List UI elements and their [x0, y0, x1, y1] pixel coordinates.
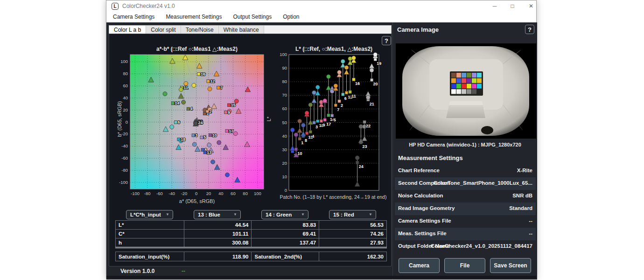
svg-text:70: 70: [282, 92, 287, 98]
menu-item-option[interactable]: Option: [283, 14, 299, 20]
settings-label: Read Image Geometry: [398, 205, 455, 211]
settings-label: Meas. Settings File: [398, 231, 447, 236]
saturation-value: 162.30: [319, 252, 387, 261]
svg-text:90: 90: [282, 65, 287, 70]
camera-image-header: Camera Image: [397, 26, 439, 33]
camera-help-button[interactable]: ?: [525, 25, 534, 34]
svg-text:9: 9: [228, 110, 230, 115]
svg-text:-40: -40: [168, 191, 175, 196]
cell-value: 300.08: [184, 238, 252, 248]
svg-text:23: 23: [362, 144, 367, 149]
row-label: L*: [116, 221, 184, 230]
svg-text:19: 19: [377, 61, 381, 66]
selector-15[interactable]: 15 : Red▼: [329, 210, 376, 219]
camera-button[interactable]: Camera: [399, 258, 440, 273]
camera-feed-image: [396, 43, 536, 139]
svg-text:17: 17: [326, 122, 331, 126]
svg-text:40: 40: [218, 191, 224, 196]
settings-label: Noise Calculation: [398, 193, 443, 198]
settings-row: Output Folder NameColorChecker24_v1.0_20…: [395, 240, 536, 253]
svg-text:-80: -80: [121, 168, 128, 173]
camera-feed: [396, 43, 536, 139]
svg-text:24: 24: [359, 164, 364, 169]
minimize-button[interactable]: ─: [487, 0, 503, 12]
svg-text:2: 2: [209, 109, 211, 114]
svg-text:80: 80: [123, 71, 128, 76]
chevron-down-icon: ▼: [301, 210, 305, 219]
camera-panel: Camera Image ? HP HD Camera (winvideo-1)…: [392, 22, 537, 280]
svg-text:13: 13: [207, 150, 211, 155]
selector-13[interactable]: 13 : Blue▼: [194, 210, 241, 219]
svg-text:14: 14: [175, 101, 179, 105]
close-button[interactable]: ✕: [523, 0, 539, 12]
menu-item-camera-settings[interactable]: Camera Settings: [113, 14, 154, 20]
svg-text:20: 20: [373, 82, 378, 86]
cell-value: 137.47: [252, 238, 319, 248]
svg-text:100: 100: [280, 52, 287, 57]
svg-text:-80: -80: [144, 191, 151, 196]
saturation-label: Saturation_2nd(%): [252, 252, 319, 261]
status-value: --: [182, 268, 185, 274]
settings-value: SNR dB: [512, 193, 532, 198]
row-label: h: [116, 238, 184, 248]
camera-caption: HP HD Camera (winvideo-1) : MJPG_1280x72…: [393, 142, 537, 147]
window-title: ColorChecker24 v1.0: [122, 3, 175, 9]
tabstrip: Color L a bColor splitTone/NoiseWhite ba…: [109, 25, 392, 34]
file-button[interactable]: File: [444, 258, 485, 273]
titlebar: L ColorChecker24 v1.0 ─ □ ✕: [106, 0, 536, 12]
tab-tone-noise[interactable]: Tone/Noise: [181, 26, 219, 34]
menu-item-measurement-settings[interactable]: Measurement Settings: [166, 14, 222, 20]
svg-text:50: 50: [282, 120, 287, 125]
maximize-button[interactable]: □: [504, 0, 520, 12]
settings-value: X-Rite: [517, 168, 532, 173]
settings-value: --: [529, 231, 532, 236]
settings-value: Standard: [509, 205, 532, 211]
chart-ab-xlabel: a* (D65, sRGB): [130, 198, 264, 204]
panel-help-button[interactable]: ?: [382, 36, 391, 45]
svg-text:10: 10: [282, 174, 287, 179]
svg-text:6: 6: [178, 120, 180, 125]
svg-text:17: 17: [229, 129, 233, 133]
svg-text:20: 20: [123, 107, 128, 112]
selector-value: 13 : Blue: [198, 212, 220, 217]
app-window: L ColorChecker24 v1.0 ─ □ ✕ Camera Setti…: [106, 0, 537, 279]
tab-color-l-a-b[interactable]: Color L a b: [109, 26, 146, 34]
measurement-settings-header: Measurement Settings: [398, 154, 463, 161]
chart-l-ylabel: L*: [266, 110, 272, 128]
svg-text:40: 40: [123, 95, 128, 100]
selector-mode[interactable]: L*C*h_input▼: [126, 210, 173, 219]
app-icon: L: [112, 3, 119, 10]
svg-text:3: 3: [195, 133, 197, 138]
table-row: L*44.5483.8356.53: [116, 221, 387, 230]
svg-text:60: 60: [282, 106, 287, 111]
svg-text:7: 7: [337, 107, 339, 112]
selector-14[interactable]: 14 : Green▼: [261, 210, 308, 219]
tab-white-balance[interactable]: White balance: [219, 26, 264, 34]
chart-l-xlabel: Patch No. (1–18 by L* ascending, 24→19 a…: [273, 194, 394, 200]
cell-value: 101.11: [184, 230, 252, 238]
svg-text:80: 80: [243, 191, 248, 196]
settings-row: Noise CalculationSNR dB: [395, 190, 536, 203]
svg-text:60: 60: [123, 83, 128, 88]
svg-text:-60: -60: [156, 191, 163, 196]
tab-color-split[interactable]: Color split: [146, 26, 181, 34]
saturation-value: 118.90: [184, 252, 252, 261]
svg-text:22: 22: [366, 124, 371, 128]
settings-value: --: [529, 218, 532, 224]
svg-text:15: 15: [231, 103, 236, 107]
svg-text:4: 4: [312, 134, 314, 139]
chevron-down-icon: ▼: [166, 210, 169, 219]
svg-text:100: 100: [120, 59, 128, 64]
svg-text:-40: -40: [121, 143, 128, 148]
saturation-table: Saturation_input(%)118.90Saturation_2nd(…: [115, 252, 387, 261]
cell-value: 44.54: [184, 221, 252, 230]
table-row: h300.08137.4727.93: [116, 238, 387, 248]
svg-text:30: 30: [282, 147, 287, 152]
menu-item-output-settings[interactable]: Output Settings: [233, 14, 272, 20]
save-screen-button[interactable]: Save Screen: [490, 258, 531, 273]
svg-text:60: 60: [231, 191, 236, 196]
svg-text:0: 0: [285, 188, 287, 193]
svg-text:1: 1: [301, 140, 303, 145]
svg-text:7: 7: [220, 85, 223, 90]
settings-label: Chart Reference: [398, 168, 440, 173]
